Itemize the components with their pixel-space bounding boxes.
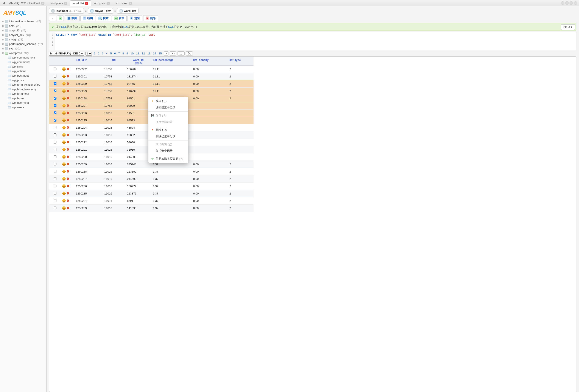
ctx-edit[interactable]: ✎编辑 (E) xyxy=(148,98,188,104)
db-amysql2[interactable]: ⊞amysql2(29) xyxy=(1,28,45,33)
win-btn[interactable] xyxy=(574,1,577,5)
db-wordpress[interactable]: ⊟wordpress(12) xyxy=(1,51,45,55)
row-checkbox[interactable] xyxy=(54,185,57,187)
page-link-12[interactable]: 12 xyxy=(141,52,145,55)
plus-icon[interactable]: ⊞ xyxy=(2,38,4,41)
edit-row-icon[interactable] xyxy=(62,169,66,174)
win-btn[interactable] xyxy=(565,1,569,5)
delete-row-icon[interactable]: ✖ xyxy=(67,206,70,210)
row-checkbox[interactable] xyxy=(54,82,57,85)
db-amh[interactable]: ⊞amh(26) xyxy=(1,24,45,28)
table-row[interactable]: ✖1250300107539846511.110.002 xyxy=(49,80,254,88)
page-link-2[interactable]: 2 xyxy=(97,52,100,55)
delete-row-icon[interactable]: ✖ xyxy=(67,89,70,93)
toolbar-search-button[interactable]: 🔍搜索 xyxy=(96,15,111,21)
row-checkbox[interactable] xyxy=(54,75,57,78)
breadcrumb-db[interactable]: amysql_dev xyxy=(88,8,113,13)
edit-row-icon[interactable] xyxy=(62,104,66,108)
delete-row-icon[interactable]: ✖ xyxy=(67,82,70,86)
table-wp_posts[interactable]: wp_posts xyxy=(8,78,45,82)
tab-wp_posts[interactable]: wp_posts× xyxy=(91,0,113,6)
toolbar-insert-button[interactable]: ＋新增 xyxy=(112,15,127,21)
sql-code[interactable]: SELECT * FROM `word_list` ORDER BY `word… xyxy=(55,32,157,50)
tab-home[interactable]: AMYSQL主页 - localhost× xyxy=(6,0,47,6)
ctx-delete-selected[interactable]: 删除已选中记录 xyxy=(148,133,188,140)
delete-row-icon[interactable]: ✖ xyxy=(67,104,70,108)
col-list_density[interactable]: list_density xyxy=(192,56,228,66)
row-checkbox[interactable] xyxy=(54,112,57,114)
toolbar-structure-button[interactable]: ☰结构 xyxy=(80,15,95,21)
row-checkbox[interactable] xyxy=(54,141,57,144)
row-checkbox[interactable] xyxy=(54,90,57,92)
delete-row-icon[interactable]: ✖ xyxy=(67,111,70,115)
pager-goto-input[interactable] xyxy=(177,52,185,56)
tab-word_list[interactable]: word_list× xyxy=(70,0,91,6)
page-link-14[interactable]: 14 xyxy=(152,52,157,55)
row-checkbox[interactable] xyxy=(54,148,57,151)
ctx-edit-selected[interactable]: 编辑已选中记录 xyxy=(148,104,188,111)
page-link-13[interactable]: 13 xyxy=(146,52,151,55)
tab-wordpress[interactable]: wordpress× xyxy=(47,0,70,6)
close-icon[interactable]: × xyxy=(85,2,88,5)
pager-next-button[interactable]: > xyxy=(164,52,169,56)
delete-row-icon[interactable]: ✖ xyxy=(67,67,70,71)
ctx-reload[interactable]: ⟳重新加载本页数据 (R) xyxy=(148,156,188,162)
win-btn[interactable] xyxy=(561,1,564,5)
pager-last-button[interactable]: >> xyxy=(170,52,176,56)
col-list_type[interactable]: list_type xyxy=(228,56,254,66)
db-amysql_dev[interactable]: ⊞amysql_dev(18) xyxy=(1,33,45,37)
toolbar-empty-button[interactable]: 🗑清空 xyxy=(128,15,142,21)
breadcrumb-host[interactable]: localhost(5.7.27-log) xyxy=(49,8,84,13)
breadcrumb-table[interactable]: word_list xyxy=(117,8,139,13)
edit-row-icon[interactable] xyxy=(62,162,66,166)
page-link-9[interactable]: 9 xyxy=(126,52,129,55)
row-checkbox[interactable] xyxy=(54,155,57,158)
db-information_schema[interactable]: ⊞information_schema(61) xyxy=(1,19,45,24)
page-link-11[interactable]: 11 xyxy=(135,52,140,55)
delete-row-icon[interactable]: ✖ xyxy=(67,191,70,195)
tab-wp_users[interactable]: wp_users× xyxy=(113,0,135,6)
row-checkbox[interactable] xyxy=(54,192,57,195)
table-wp_commentmeta[interactable]: wp_commentmeta xyxy=(8,55,45,60)
table-wp_users[interactable]: wp_users xyxy=(8,105,45,110)
delete-row-icon[interactable]: ✖ xyxy=(67,126,70,129)
row-checkbox[interactable] xyxy=(54,177,57,180)
plus-icon[interactable]: ⊞ xyxy=(2,43,4,45)
table-row[interactable]: ✖12502991075311679911.110.002 xyxy=(49,88,254,95)
db-mysql[interactable]: ⊞mysql(31) xyxy=(1,37,45,42)
table-wp_term_relationships[interactable]: wp_term_relationships xyxy=(8,82,45,87)
edit-row-icon[interactable] xyxy=(62,191,66,196)
col-tid[interactable]: tid xyxy=(103,56,125,66)
toolbar-add-tab-button[interactable]: ＋ xyxy=(57,15,64,21)
page-link-7[interactable]: 7 xyxy=(117,52,121,55)
toolbar-data-button[interactable]: ▦数据 xyxy=(65,15,79,21)
edit-row-icon[interactable] xyxy=(62,177,66,181)
edit-row-icon[interactable] xyxy=(62,74,66,79)
close-icon[interactable]: × xyxy=(129,2,132,5)
db-performance_schema[interactable]: ⊞performance_schema(87) xyxy=(1,42,45,46)
row-checkbox[interactable] xyxy=(54,126,57,129)
page-link-15[interactable]: 15 xyxy=(158,52,162,55)
ctx-delete[interactable]: ✖删除 (D) xyxy=(148,127,188,133)
row-checkbox[interactable] xyxy=(54,104,57,107)
table-wp_comments[interactable]: wp_comments xyxy=(8,60,45,64)
minus-icon[interactable]: ⊟ xyxy=(2,52,4,54)
edit-row-icon[interactable] xyxy=(62,133,66,137)
delete-row-icon[interactable]: ✖ xyxy=(67,162,70,166)
delete-row-icon[interactable]: ✖ xyxy=(67,177,70,181)
nav-back-icon[interactable]: ◀ xyxy=(1,0,6,6)
sort-select[interactable]: list_id (PRIMARY) - DESC xyxy=(49,52,84,56)
edit-row-icon[interactable] xyxy=(62,89,66,93)
page-link-1[interactable]: 1 xyxy=(93,52,96,55)
edit-row-icon[interactable] xyxy=(62,67,66,71)
row-checkbox[interactable] xyxy=(54,97,57,100)
pager-go-button[interactable]: Go xyxy=(186,52,193,56)
table-wp_postmeta[interactable]: wp_postmeta xyxy=(8,73,45,78)
table-row[interactable]: ✖12502841101686911.370.002 xyxy=(49,197,254,205)
table-row[interactable]: ✖1250286110161502721.370.002 xyxy=(49,183,254,190)
delete-row-icon[interactable]: ✖ xyxy=(67,169,70,173)
row-checkbox[interactable] xyxy=(54,133,57,136)
col-list_id[interactable]: list_id▽ xyxy=(74,56,103,66)
edit-row-icon[interactable] xyxy=(62,140,66,144)
table-wp_termmeta[interactable]: wp_termmeta xyxy=(8,91,45,96)
